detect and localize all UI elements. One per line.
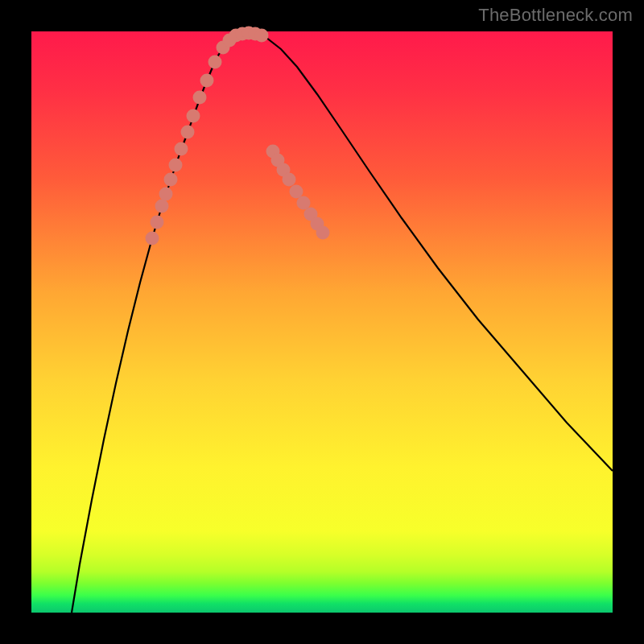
beads-group: [146, 27, 330, 246]
data-bead: [316, 226, 330, 240]
bottleneck-curve: [72, 33, 613, 613]
data-bead: [208, 56, 222, 69]
data-bead: [181, 126, 195, 139]
data-bead: [200, 74, 214, 88]
data-bead: [159, 188, 173, 201]
plot-area: [31, 31, 613, 613]
data-bead: [255, 29, 269, 43]
data-bead: [164, 173, 178, 187]
data-bead: [283, 173, 296, 187]
data-bead: [175, 142, 188, 156]
data-bead: [187, 109, 200, 123]
data-bead: [193, 91, 207, 105]
data-bead: [297, 196, 311, 210]
data-bead: [151, 216, 164, 229]
data-bead: [155, 200, 169, 213]
data-bead: [146, 232, 159, 246]
curve-svg: [31, 31, 613, 613]
watermark-text: TheBottleneck.com: [478, 5, 633, 26]
chart-frame: TheBottleneck.com: [0, 0, 644, 644]
data-bead: [290, 185, 303, 199]
data-bead: [169, 159, 183, 172]
